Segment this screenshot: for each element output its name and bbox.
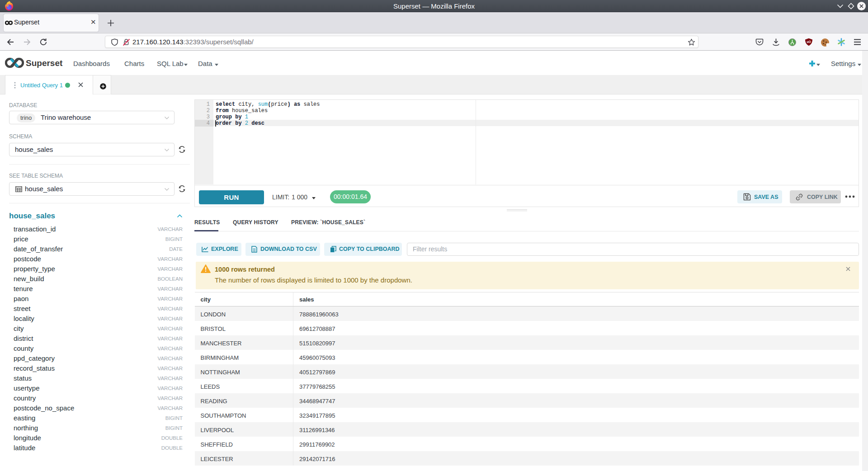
svg-text:uO: uO (807, 40, 811, 43)
